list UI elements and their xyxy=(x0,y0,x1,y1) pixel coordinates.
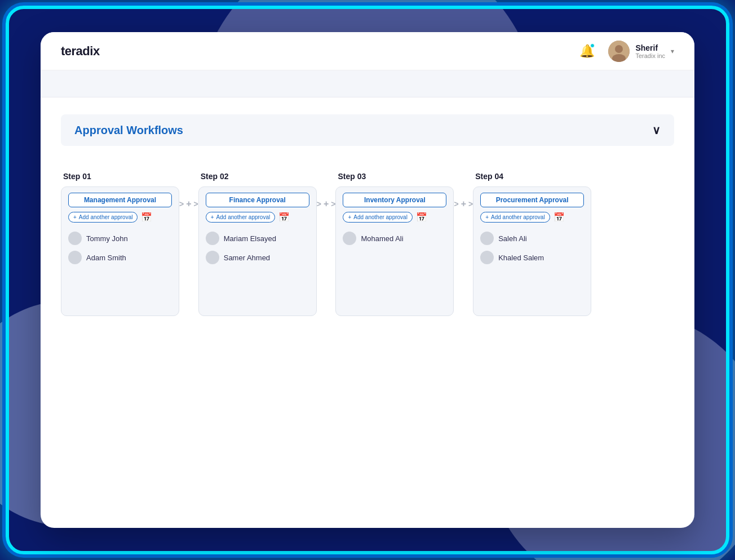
calendar-button-2[interactable]: 📅 xyxy=(278,212,290,223)
add-label: Add another approval xyxy=(353,214,408,220)
user-company: Teradix inc xyxy=(635,52,665,59)
connector-chevron-icon: > xyxy=(317,199,321,208)
notification-button[interactable]: 🔔 xyxy=(577,41,597,61)
approver-name: Saleh Ali xyxy=(498,234,527,243)
svg-point-1 xyxy=(615,45,623,53)
chevron-down-icon: ∨ xyxy=(652,124,661,136)
main-content: Approval Workflows ∨ Step 01Management A… xyxy=(41,97,694,322)
approval-badge-3: Inventory Approval xyxy=(343,193,446,207)
avatar xyxy=(206,251,219,264)
add-label: Add another approval xyxy=(491,214,545,220)
step-column-3: Step 03Inventory Approval+ Add another a… xyxy=(335,172,454,316)
calendar-icon: 📅 xyxy=(554,212,565,222)
approver-name: Samer Ahmed xyxy=(224,254,270,262)
avatar xyxy=(68,251,82,264)
user-chevron-icon: ▾ xyxy=(671,47,674,55)
approver-list-1: Tommy JohnAdam Smith xyxy=(68,229,172,264)
header: teradix 🔔 Sherif Teradix inc ▾ xyxy=(41,32,694,70)
calendar-icon: 📅 xyxy=(278,212,290,222)
logo: teradix xyxy=(61,44,100,59)
add-another-button-3[interactable]: + Add another approval xyxy=(343,212,412,223)
step-label-4: Step 04 xyxy=(473,172,503,181)
step-wrapper-3: Step 03Inventory Approval+ Add another a… xyxy=(335,172,454,316)
connector-plus-icon: + xyxy=(186,199,191,209)
avatar xyxy=(206,232,219,245)
step-label-2: Step 02 xyxy=(198,172,229,181)
approver-list-3: Mohamed Ali xyxy=(343,229,446,245)
add-another-button-4[interactable]: + Add another approval xyxy=(480,212,550,223)
calendar-icon: 📅 xyxy=(141,212,152,222)
connector-2: > + > xyxy=(317,172,336,209)
connector-plus-icon: + xyxy=(461,199,466,209)
sub-header xyxy=(41,70,694,97)
section-title: Approval Workflows xyxy=(74,124,183,137)
add-row-4: + Add another approval📅 xyxy=(480,212,584,223)
step-wrapper-1: Step 01Management Approval+ Add another … xyxy=(61,172,179,316)
avatar xyxy=(68,232,82,245)
avatar xyxy=(608,41,630,62)
approval-badge-2: Finance Approval xyxy=(206,193,309,207)
main-window: teradix 🔔 Sherif Teradix inc ▾ xyxy=(41,32,694,528)
user-menu-button[interactable]: Sherif Teradix inc ▾ xyxy=(608,41,674,62)
plus-icon: + xyxy=(348,214,351,220)
avatar xyxy=(480,251,494,264)
connector-chevron-icon: > xyxy=(179,199,184,208)
step-card-4: Procurement Approval+ Add another approv… xyxy=(473,186,591,316)
calendar-button-4[interactable]: 📅 xyxy=(554,212,565,223)
approval-badge-4: Procurement Approval xyxy=(480,193,584,207)
add-another-button-1[interactable]: + Add another approval xyxy=(68,212,138,223)
list-item: Saleh Ali xyxy=(480,232,584,245)
step-card-1: Management Approval+ Add another approva… xyxy=(61,186,179,316)
notification-dot xyxy=(590,43,595,48)
collapse-button[interactable]: ∨ xyxy=(652,123,661,137)
calendar-button-3[interactable]: 📅 xyxy=(416,212,427,223)
list-item: Samer Ahmed xyxy=(206,251,309,264)
step-card-3: Inventory Approval+ Add another approval… xyxy=(335,186,454,316)
step-column-2: Step 02Finance Approval+ Add another app… xyxy=(198,172,317,316)
add-another-button-2[interactable]: + Add another approval xyxy=(206,212,275,223)
plus-icon: + xyxy=(485,214,489,220)
step-label-1: Step 01 xyxy=(61,172,91,181)
list-item: Mariam Elsayed xyxy=(206,232,309,245)
header-right: 🔔 Sherif Teradix inc ▾ xyxy=(577,41,674,62)
step-card-2: Finance Approval+ Add another approval📅M… xyxy=(198,186,317,316)
avatar xyxy=(343,232,356,245)
step-wrapper-2: Step 02Finance Approval+ Add another app… xyxy=(198,172,317,316)
add-row-3: + Add another approval📅 xyxy=(343,212,446,223)
approval-badge-1: Management Approval xyxy=(68,193,172,207)
user-info: Sherif Teradix inc xyxy=(635,43,665,59)
connector-plus-icon: + xyxy=(324,199,329,209)
section-header: Approval Workflows ∨ xyxy=(61,114,674,146)
step-column-4: Step 04Procurement Approval+ Add another… xyxy=(473,172,591,316)
approver-name: Adam Smith xyxy=(86,254,126,262)
step-column-1: Step 01Management Approval+ Add another … xyxy=(61,172,179,316)
connector-chevron2-icon: > xyxy=(194,199,198,208)
add-label: Add another approval xyxy=(216,214,271,220)
calendar-icon: 📅 xyxy=(416,212,427,222)
approver-name: Mohamed Ali xyxy=(361,234,403,243)
connector-chevron2-icon: > xyxy=(468,199,473,208)
plus-icon: + xyxy=(211,214,214,220)
list-item: Tommy John xyxy=(68,232,172,245)
add-label: Add another approval xyxy=(79,214,133,220)
add-row-2: + Add another approval📅 xyxy=(206,212,309,223)
approver-list-4: Saleh AliKhaled Salem xyxy=(480,229,584,264)
approver-name: Mariam Elsayed xyxy=(224,234,276,243)
approver-list-2: Mariam ElsayedSamer Ahmed xyxy=(206,229,309,264)
avatar xyxy=(480,232,494,245)
add-row-1: + Add another approval📅 xyxy=(68,212,172,223)
user-name: Sherif xyxy=(635,43,658,52)
connector-chevron2-icon: > xyxy=(331,199,335,208)
connector-1: > + > xyxy=(179,172,198,209)
approver-name: Khaled Salem xyxy=(498,254,544,262)
plus-icon: + xyxy=(73,214,77,220)
step-label-3: Step 03 xyxy=(335,172,366,181)
avatar-image xyxy=(608,41,630,62)
step-wrapper-4: Step 04Procurement Approval+ Add another… xyxy=(473,172,591,316)
list-item: Adam Smith xyxy=(68,251,172,264)
approver-name: Tommy John xyxy=(86,234,128,243)
steps-container: Step 01Management Approval+ Add another … xyxy=(61,166,674,322)
calendar-button-1[interactable]: 📅 xyxy=(141,212,152,223)
connector-3: > + > xyxy=(454,172,473,209)
list-item: Mohamed Ali xyxy=(343,232,446,245)
